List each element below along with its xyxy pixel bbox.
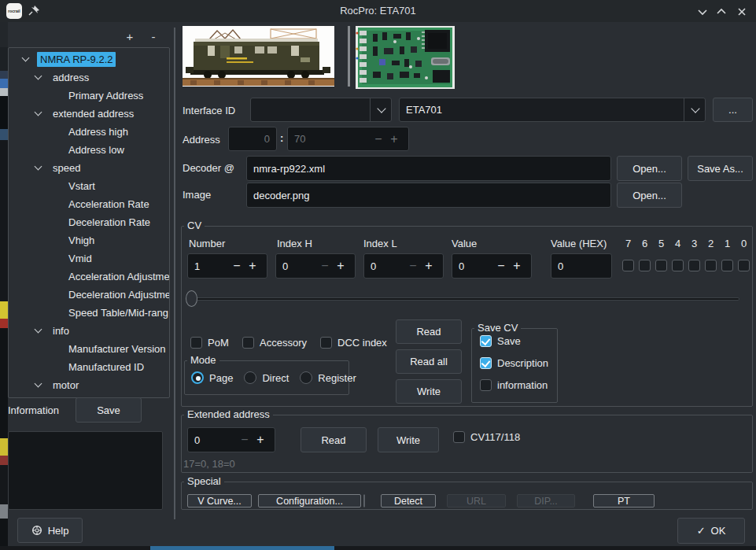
tree-item-speed-table[interactable]: Speed Table/Mid-rang [9, 304, 169, 322]
font-increase-button[interactable]: + [123, 30, 137, 44]
tree-item-vhigh[interactable]: Vhigh [9, 231, 169, 249]
cv-write-button[interactable]: Write [396, 379, 462, 404]
image-file-input[interactable]: decoder.png [246, 183, 611, 208]
register-radio[interactable] [300, 371, 312, 384]
tree-item-extended-address[interactable]: extended address [9, 105, 169, 123]
chevron-down-icon[interactable] [35, 72, 42, 80]
tree-item-deceleration-rate[interactable]: Deceleration Rate [9, 213, 169, 231]
plus-button[interactable]: + [333, 259, 348, 273]
plus-button[interactable]: + [253, 433, 268, 447]
cv-value-spinner[interactable]: 0 − + [452, 253, 532, 279]
extended-address-spinner[interactable]: 0 − + [187, 427, 275, 452]
chevron-down-icon[interactable] [35, 163, 42, 171]
extended-read-button[interactable]: Read [301, 427, 367, 452]
plus-button[interactable]: + [386, 132, 402, 146]
tree-item-nmra[interactable]: NMRA RP-9.2.2 [9, 50, 169, 68]
decoder-file-input[interactable]: nmra-rp922.xml [246, 156, 611, 181]
chevron-down-icon[interactable] [35, 326, 42, 334]
chevron-down-icon[interactable] [35, 109, 42, 116]
help-button[interactable]: Help [17, 518, 83, 543]
ok-button[interactable]: ✓ OK [677, 518, 745, 544]
tree-item-address-high[interactable]: Address high [9, 123, 169, 141]
information-checkbox[interactable] [480, 379, 492, 391]
tree-item-speed[interactable]: speed [9, 159, 169, 177]
address-value-field[interactable]: 0 [228, 127, 277, 151]
slider-handle[interactable] [186, 290, 197, 307]
bit-7-checkbox[interactable] [622, 260, 634, 271]
extended-write-button[interactable]: Write [378, 427, 439, 452]
minus-button[interactable]: − [405, 259, 421, 273]
desktop-background-sliver [0, 22, 8, 546]
cv-bit-checkboxes [620, 260, 752, 271]
cv-number-spinner[interactable]: 1 − + [187, 253, 267, 279]
cv-value-hex-input[interactable]: 0 [551, 253, 612, 279]
cv-index-h-spinner[interactable]: 0 − + [275, 253, 356, 279]
bit-0-checkbox[interactable] [738, 260, 750, 271]
configuration-button[interactable]: Configuration... [258, 494, 361, 508]
plus-button[interactable]: + [509, 259, 525, 273]
direct-radio[interactable] [244, 371, 256, 384]
description-checkbox[interactable] [480, 357, 492, 369]
minus-button[interactable]: − [317, 259, 333, 273]
page-radio[interactable] [191, 371, 204, 384]
tree-item-acceleration-rate[interactable]: Acceleration Rate [9, 195, 169, 213]
font-decrease-button[interactable]: - [146, 30, 160, 44]
bit-5-checkbox[interactable] [655, 260, 667, 271]
tree-item-deceleration-adjustment[interactable]: Deceleration Adjustme [9, 286, 169, 304]
tree-item-manufacturer-version[interactable]: Manufacturer Version [9, 340, 169, 358]
detect-button[interactable]: Detect [381, 494, 436, 508]
address-spinner[interactable]: 70 − + [287, 127, 409, 151]
pt-button[interactable]: PT [593, 494, 655, 508]
minus-button[interactable]: − [229, 259, 245, 273]
v-curve-button[interactable]: V Curve... [187, 494, 252, 508]
mode-group: Mode Page Direct Register [184, 360, 349, 395]
interface-id-combo[interactable] [250, 98, 392, 122]
tree-item-vmid[interactable]: Vmid [9, 249, 169, 268]
decoder-id-combo[interactable]: ETA701 [399, 98, 706, 122]
tree-item-address[interactable]: address [9, 68, 169, 87]
mode-page-option[interactable]: Page [191, 371, 233, 384]
plus-button[interactable]: + [421, 259, 437, 273]
bit-1-checkbox[interactable] [721, 260, 733, 271]
tree-item-motor[interactable]: motor [9, 376, 169, 394]
maximize-button[interactable] [715, 6, 728, 18]
chevron-down-icon[interactable] [22, 54, 30, 62]
cv117-118-checkbox[interactable] [453, 431, 465, 443]
more-button[interactable]: ... [713, 98, 753, 122]
information-textarea[interactable] [8, 431, 163, 510]
bit-6-checkbox[interactable] [639, 260, 651, 271]
tree-item-vstart[interactable]: Vstart [9, 177, 169, 195]
cv-read-button[interactable]: Read [396, 319, 462, 344]
decoder-save-as-button[interactable]: Save As... [688, 156, 753, 181]
dcc-index-checkbox[interactable] [320, 337, 332, 349]
cv-read-all-button[interactable]: Read all [396, 349, 462, 374]
save-checkbox[interactable] [480, 335, 492, 347]
minus-button[interactable]: − [237, 433, 253, 447]
bit-3-checkbox[interactable] [688, 260, 700, 271]
configuration-checkbox[interactable] [363, 494, 365, 508]
panel-splitter[interactable] [174, 28, 175, 519]
cv-value-slider[interactable] [189, 297, 739, 301]
accessory-checkbox[interactable] [242, 337, 254, 349]
minus-button[interactable]: − [371, 132, 386, 146]
minimize-button[interactable] [696, 6, 709, 18]
tree-item-acceleration-adjustment[interactable]: Acceleration Adjustme [9, 268, 169, 286]
chevron-down-icon[interactable] [35, 380, 42, 388]
close-button[interactable] [736, 6, 748, 18]
pom-checkbox[interactable] [190, 337, 202, 349]
information-save-button[interactable]: Save [76, 397, 142, 423]
tree-item-info[interactable]: info [9, 322, 169, 340]
mode-direct-option[interactable]: Direct [244, 371, 289, 384]
minus-button[interactable]: − [493, 259, 509, 273]
tree-item-address-low[interactable]: Address low [9, 141, 169, 159]
tree-item-primary-address[interactable]: Primary Address [9, 87, 169, 105]
decoder-open-button[interactable]: Open... [617, 156, 682, 181]
bit-4-checkbox[interactable] [672, 260, 684, 271]
bit-2-checkbox[interactable] [705, 260, 717, 271]
plus-button[interactable]: + [245, 259, 260, 273]
image-open-button[interactable]: Open... [617, 183, 682, 208]
tree-item-manufactured-id[interactable]: Manufactured ID [9, 358, 169, 376]
cv-index-l-spinner[interactable]: 0 − + [363, 253, 444, 279]
mode-register-option[interactable]: Register [300, 371, 356, 384]
background-fragment [0, 88, 8, 96]
